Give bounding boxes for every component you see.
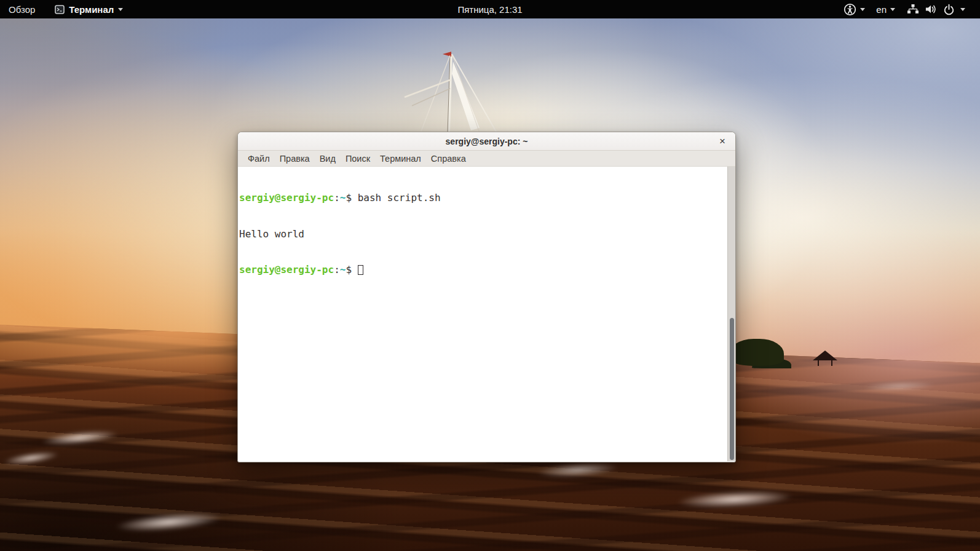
terminal-cursor [358, 265, 363, 275]
accessibility-menu-icon [844, 3, 856, 16]
window-titlebar[interactable]: sergiy@sergiy-pc: ~ × [238, 132, 735, 151]
terminal-window: sergiy@sergiy-pc: ~ × Файл Правка Вид По… [237, 132, 736, 462]
activities-button[interactable]: Обзор [0, 0, 44, 18]
chevron-down-icon [960, 8, 965, 11]
close-button[interactable]: × [715, 132, 730, 150]
clock-label[interactable]: Пятница, 21:31 [0, 4, 980, 15]
terminal-text: sergiy@sergiy-pc:~$ bash script.sh Hello… [239, 168, 725, 300]
prompt-path: ~ [340, 192, 346, 204]
top-bar-right: en [838, 0, 980, 18]
menu-item-view[interactable]: Вид [315, 153, 341, 165]
chevron-down-icon [118, 8, 123, 11]
menu-item-terminal[interactable]: Терминал [375, 153, 426, 165]
menu-item-file[interactable]: Файл [243, 153, 275, 165]
terminal-menubar: Файл Правка Вид Поиск Терминал Справка [238, 151, 735, 167]
output-text: Hello world [239, 228, 304, 240]
scrollbar-thumb[interactable] [730, 318, 734, 460]
chevron-down-icon [890, 8, 895, 11]
keyboard-layout-menu[interactable]: en [871, 0, 901, 18]
volume-icon [925, 4, 938, 15]
menu-item-help[interactable]: Справка [426, 153, 471, 165]
window-title: sergiy@sergiy-pc: ~ [446, 137, 528, 146]
gnome-top-bar: Обзор Терминал Пятница, 21:31 [0, 0, 980, 18]
menu-item-edit[interactable]: Правка [275, 153, 315, 165]
wired-network-icon [907, 4, 919, 15]
terminal-line-prompt: sergiy@sergiy-pc:~$ [239, 264, 725, 276]
app-menu-button[interactable]: Терминал [49, 0, 129, 18]
terminal-content-area[interactable]: sergiy@sergiy-pc:~$ bash script.sh Hello… [238, 167, 735, 461]
top-bar-left: Обзор Терминал [0, 0, 129, 18]
keyboard-layout-label: en [876, 4, 887, 15]
menu-item-search[interactable]: Поиск [341, 153, 375, 165]
wallpaper-hut-posts [818, 360, 832, 366]
terminal-icon [55, 5, 65, 14]
wallpaper-hut [813, 351, 837, 360]
scrollbar-track[interactable] [727, 167, 735, 461]
accessibility-menu[interactable] [838, 0, 871, 18]
activities-label: Обзор [9, 4, 35, 15]
desktop: Обзор Терминал Пятница, 21:31 [0, 0, 980, 551]
command-text: bash script.sh [352, 192, 441, 204]
prompt-path: ~ [340, 264, 346, 276]
power-icon [943, 4, 955, 15]
prompt-user-host: sergiy@sergiy-pc [239, 264, 334, 276]
system-menu[interactable] [901, 0, 971, 18]
app-menu-label: Терминал [69, 4, 114, 15]
sailboat-mast [386, 48, 528, 134]
terminal-line-command: sergiy@sergiy-pc:~$ bash script.sh [239, 192, 725, 204]
chevron-down-icon [860, 8, 865, 11]
terminal-line-output: Hello world [239, 228, 725, 240]
prompt-user-host: sergiy@sergiy-pc [239, 192, 334, 204]
